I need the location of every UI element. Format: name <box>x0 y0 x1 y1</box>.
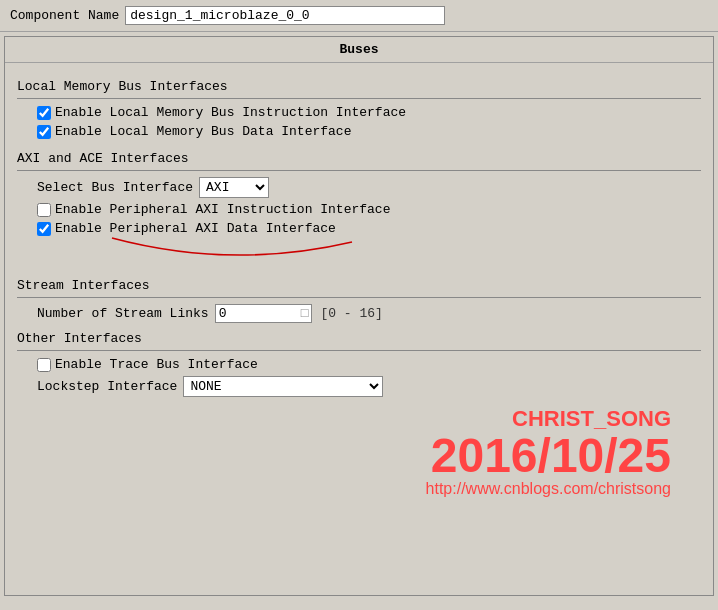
enable-instruction-interface-label: Enable Local Memory Bus Instruction Inte… <box>55 105 406 120</box>
component-name-label: Component Name <box>10 8 119 23</box>
divider-3 <box>17 297 701 298</box>
enable-peripheral-axi-data-row: Enable Peripheral AXI Data Interface <box>37 221 701 236</box>
enable-data-interface-label: Enable Local Memory Bus Data Interface <box>55 124 351 139</box>
divider-4 <box>17 350 701 351</box>
enable-trace-bus-label: Enable Trace Bus Interface <box>55 357 258 372</box>
red-curve-svg <box>67 230 397 270</box>
stream-links-input[interactable] <box>219 306 299 321</box>
stream-input-wrap: □ <box>215 304 313 323</box>
stream-section-header: Stream Interfaces <box>17 278 701 293</box>
lockstep-label: Lockstep Interface <box>37 379 177 394</box>
watermark-area: CHRIST_SONG 2016/10/25 http://www.cnblog… <box>17 401 701 498</box>
enable-peripheral-axi-instruction-label: Enable Peripheral AXI Instruction Interf… <box>55 202 390 217</box>
enable-trace-bus-checkbox[interactable] <box>37 358 51 372</box>
panel-content: Local Memory Bus Interfaces Enable Local… <box>5 63 713 506</box>
select-bus-row: Select Bus Interface AXI ACE <box>37 177 701 198</box>
enable-data-interface-checkbox[interactable] <box>37 125 51 139</box>
enable-peripheral-axi-data-checkbox[interactable] <box>37 222 51 236</box>
enable-instruction-interface-checkbox[interactable] <box>37 106 51 120</box>
divider-2 <box>17 170 701 171</box>
enable-trace-bus-row: Enable Trace Bus Interface <box>37 357 701 372</box>
enable-peripheral-axi-data-label: Enable Peripheral AXI Data Interface <box>55 221 336 236</box>
other-section-header: Other Interfaces <box>17 331 701 346</box>
main-panel: Buses Local Memory Bus Interfaces Enable… <box>4 36 714 596</box>
enable-instruction-interface-row: Enable Local Memory Bus Instruction Inte… <box>37 105 701 120</box>
enable-peripheral-axi-instruction-row: Enable Peripheral AXI Instruction Interf… <box>37 202 701 217</box>
red-curve-container <box>17 240 701 270</box>
stream-clear-icon[interactable]: □ <box>301 306 309 321</box>
local-memory-section-header: Local Memory Bus Interfaces <box>17 79 701 94</box>
lockstep-select[interactable]: NONE <box>183 376 383 397</box>
divider-1 <box>17 98 701 99</box>
lockstep-row: Lockstep Interface NONE <box>37 376 701 397</box>
stream-links-row: Number of Stream Links □ [0 - 16] <box>37 304 701 323</box>
watermark-url: http://www.cnblogs.com/christsong <box>17 480 671 498</box>
enable-data-interface-row: Enable Local Memory Bus Data Interface <box>37 124 701 139</box>
buses-header: Buses <box>5 37 713 63</box>
axi-ace-section-header: AXI and ACE Interfaces <box>17 151 701 166</box>
bus-interface-select[interactable]: AXI ACE <box>199 177 269 198</box>
enable-peripheral-axi-instruction-checkbox[interactable] <box>37 203 51 217</box>
stream-links-range: [0 - 16] <box>320 306 382 321</box>
component-name-input[interactable] <box>125 6 445 25</box>
stream-links-label: Number of Stream Links <box>37 306 209 321</box>
watermark-date: 2016/10/25 <box>17 432 671 480</box>
component-name-bar: Component Name <box>0 0 718 32</box>
select-bus-label: Select Bus Interface <box>37 180 193 195</box>
